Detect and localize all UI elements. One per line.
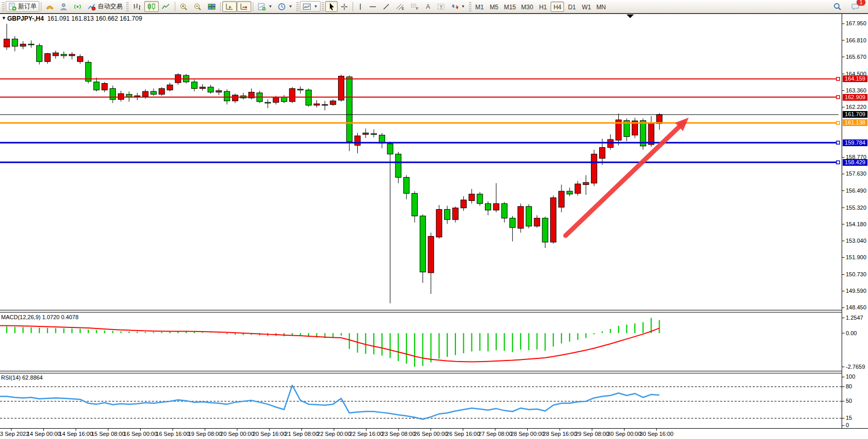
candle-body xyxy=(371,134,377,135)
hline-endpoint xyxy=(836,141,840,144)
candle-body xyxy=(216,91,222,92)
candle-body xyxy=(387,144,393,154)
candle-body xyxy=(102,84,108,90)
price-tick: 149.590 xyxy=(846,288,866,294)
candle-body xyxy=(469,194,475,201)
candle-body xyxy=(78,56,83,61)
time-label: 21 Sep 08:00 xyxy=(285,431,318,437)
price-badge: 161.138 xyxy=(843,119,867,126)
time-label: 19 Sep 08:00 xyxy=(188,431,222,437)
time-label: 16 Sep 16:00 xyxy=(156,431,189,437)
candle-body xyxy=(208,87,214,92)
candle-body xyxy=(395,154,401,177)
candle-body xyxy=(232,95,238,101)
trend-arrow xyxy=(566,122,683,236)
price-tick: 165.670 xyxy=(846,54,866,60)
candle-body xyxy=(200,87,205,89)
candle-body xyxy=(94,82,99,90)
hline-endpoint xyxy=(836,121,840,124)
shift-marker-icon xyxy=(627,14,634,18)
price-tick: 151.900 xyxy=(846,254,866,260)
candle-body xyxy=(436,209,442,237)
time-label: 27 Sep 08:00 xyxy=(478,431,512,437)
time-label: 14 Sep 16:00 xyxy=(59,431,93,437)
candle-body xyxy=(363,133,369,134)
candle-body xyxy=(37,45,42,61)
time-label: 15 Sep 08:00 xyxy=(91,431,125,437)
candle-body xyxy=(526,207,531,226)
price-tick: 155.320 xyxy=(846,205,866,211)
candle-body xyxy=(420,216,425,272)
time-label: 30 Sep 00:00 xyxy=(607,431,641,437)
time-label: 28 Sep 00:00 xyxy=(511,431,544,437)
time-label: 20 Sep 00:00 xyxy=(220,431,254,437)
candle-body xyxy=(85,62,91,82)
candle-body xyxy=(355,136,360,145)
hline-endpoint xyxy=(836,77,840,81)
candle-body xyxy=(428,237,434,273)
price-badge: 162.909 xyxy=(843,94,867,101)
price-tick: 156.490 xyxy=(846,187,866,194)
candle-body xyxy=(330,101,336,104)
title-marker-icon[interactable]: ▼ xyxy=(2,15,6,21)
price-badge: 158.429 xyxy=(843,159,867,166)
price-badge: 164.159 xyxy=(843,75,867,82)
symbol-period-label: GBPJPY-,H4 xyxy=(7,15,44,22)
candle-body xyxy=(518,207,524,228)
candle-body xyxy=(567,191,572,194)
candle-body xyxy=(159,88,164,94)
candle-body xyxy=(281,97,287,101)
time-label: 28 Sep 16:00 xyxy=(543,431,576,437)
ohlc-values: 161.091 161.813 160.662 161.709 xyxy=(47,15,142,22)
price-tick: 154.180 xyxy=(846,221,866,227)
candle-body xyxy=(110,88,116,99)
rsi-label: RSI(14) 62.8864 xyxy=(1,374,43,381)
candle-body xyxy=(290,88,295,101)
candle-body xyxy=(338,76,344,100)
candle-body xyxy=(167,85,173,90)
candle-body xyxy=(575,184,581,193)
price-tick: 162.220 xyxy=(846,104,866,110)
rsi-line xyxy=(0,385,659,419)
rsi-tick: 0 xyxy=(846,422,849,428)
chart-title: GBPJPY-,H4 161.091 161.813 160.662 161.7… xyxy=(7,15,142,22)
price-tick: 166.810 xyxy=(846,37,866,43)
candle-body xyxy=(134,96,140,97)
candle-body xyxy=(69,54,75,56)
candle-body xyxy=(143,91,148,97)
macd-label: MACD(12,26,9) 1.0720 0.4078 xyxy=(1,314,79,320)
price-badge: 159.784 xyxy=(843,139,867,146)
candle-body xyxy=(510,218,515,227)
time-label: 29 Sep 08:00 xyxy=(575,431,608,437)
candle-body xyxy=(559,191,565,207)
macd-tick: -2.7659 xyxy=(846,364,865,370)
candle-body xyxy=(4,39,10,48)
price-tick: 153.040 xyxy=(846,238,866,244)
candle-body xyxy=(20,44,26,46)
candle-body xyxy=(534,218,540,226)
candle-body xyxy=(583,182,589,184)
candle-body xyxy=(118,93,124,99)
macd-tick: 1.2547 xyxy=(846,315,863,321)
candle-body xyxy=(298,89,303,90)
price-tick: 163.360 xyxy=(846,87,866,93)
candle-body xyxy=(648,123,654,145)
candle-body xyxy=(28,44,34,45)
time-label: 26 Sep 00:00 xyxy=(414,431,447,437)
candle-body xyxy=(61,54,67,56)
candle-body xyxy=(607,139,613,148)
candle-body xyxy=(485,203,491,210)
candle-body xyxy=(44,54,50,62)
hline-endpoint xyxy=(836,161,840,164)
candle-body xyxy=(599,148,605,159)
candle-body xyxy=(404,177,409,193)
candle-body xyxy=(461,200,466,208)
macd-signal-line xyxy=(0,325,659,362)
candle-body xyxy=(346,77,352,142)
candle-body xyxy=(452,208,458,220)
chart-canvas[interactable] xyxy=(0,0,868,439)
time-label: 26 Sep 16:00 xyxy=(446,431,480,437)
candle-body xyxy=(591,154,597,183)
rsi-tick: 100 xyxy=(846,373,855,380)
time-label: 23 Sep 08:00 xyxy=(382,431,415,437)
